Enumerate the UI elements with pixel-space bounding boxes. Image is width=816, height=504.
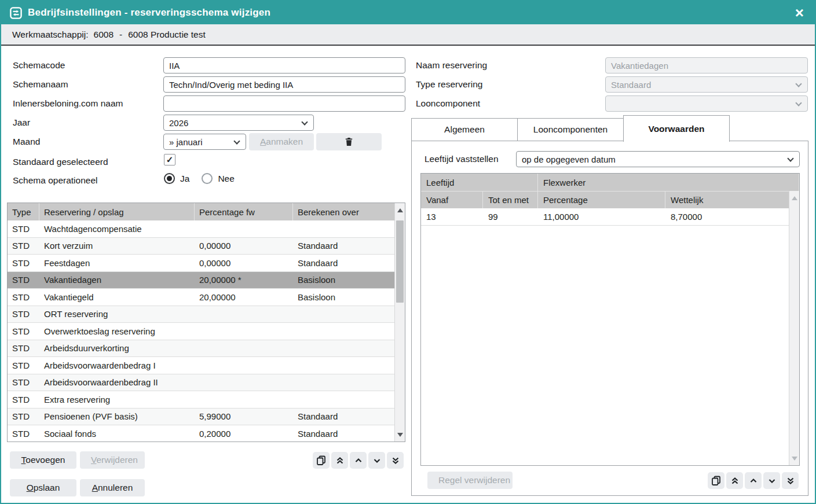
move-bottom-button[interactable] (387, 452, 404, 469)
scroll-down-icon[interactable] (395, 429, 405, 440)
move-up-icon (749, 476, 758, 485)
table-cell: Basisloon (293, 272, 396, 289)
radio-ja-label: Ja (180, 174, 189, 184)
schemacode-input[interactable] (163, 57, 405, 73)
move-down-icon (372, 456, 382, 465)
leeftijd-table: Leeftijd Flexwerker Vanaf Tot en met Per… (420, 173, 800, 466)
table-cell (293, 374, 396, 391)
table-cell: 5,99000 (195, 409, 293, 425)
title-bar: Bedrijfsinstellingen - reserveringsschem… (1, 1, 815, 24)
leeftijd-vaststellen-select[interactable]: op de opgegeven datum (516, 151, 800, 167)
table-row[interactable]: STDExtra reservering (8, 391, 396, 409)
table-cell (195, 323, 293, 340)
table-cell: Vakantiedagen (39, 272, 195, 289)
table-row[interactable]: STDPensioenen (PVF basis)5,99000Standaar… (8, 409, 396, 426)
table-cell: 20,00000 * (195, 272, 293, 289)
maand-label: Maand (13, 134, 40, 150)
table-cell: Standaard (293, 238, 396, 255)
aanmaken-button[interactable]: Aanmaken (249, 133, 314, 150)
annuleren-button[interactable]: Annuleren (80, 479, 145, 496)
dialog-title: Bedrijfsinstellingen - reserveringsschem… (28, 7, 270, 19)
tab-algemeen[interactable]: Algemeen (411, 118, 518, 141)
tab-voorwaarden[interactable]: Voorwaarden (623, 115, 730, 142)
schemanaam-label: Schemanaam (13, 76, 68, 93)
leeftijd-table-scrollbar[interactable] (789, 191, 799, 465)
verwijderen-button[interactable]: Verwijderen (80, 451, 145, 469)
scroll-down-icon[interactable] (789, 453, 799, 464)
move-up-button[interactable] (350, 452, 367, 469)
radio-nee[interactable] (202, 173, 213, 184)
col-tot-en-met: Tot en met (483, 192, 538, 208)
move-up-button[interactable] (745, 472, 762, 489)
leeftijd-table-group-header: Leeftijd Flexwerker (421, 174, 799, 191)
row-move-toolbar-left (313, 452, 404, 469)
tab-looncomponenten[interactable]: Looncomponenten (517, 118, 624, 141)
col-type: Type (8, 203, 39, 220)
looncomponent-label: Looncomponent (416, 95, 480, 112)
naam-reservering-input (605, 57, 808, 73)
move-bottom-icon (391, 456, 400, 465)
move-bottom-icon (786, 476, 795, 485)
scrollbar-thumb[interactable] (396, 220, 404, 303)
chevron-down-icon (233, 138, 240, 144)
standaard-geselecteerd-label: Standaard geselecteerd (13, 154, 108, 170)
table-row[interactable]: STDWachtdagencompensatie (8, 220, 396, 238)
table-row[interactable]: STDOverwerktoeslag reservering (8, 323, 396, 340)
close-icon[interactable]: × (793, 5, 806, 20)
reservations-table: Type Reservering / opslag Percentage fw … (7, 203, 405, 442)
type-reservering-value: Standaard (611, 80, 651, 90)
schemacode-label: Schemacode (13, 57, 65, 73)
table-cell: 13 (421, 208, 483, 225)
table-row[interactable]: STDVakantiegeld20,00000Basisloon (8, 289, 396, 306)
opslaan-button[interactable]: Opslaan (10, 479, 76, 496)
maand-select[interactable]: » januari (163, 134, 246, 150)
table-row[interactable]: STDSociaal fonds0,20000Standaard (8, 425, 396, 442)
table-cell (195, 374, 293, 391)
standaard-geselecteerd-checkbox[interactable]: ✓ (164, 154, 175, 165)
move-down-button[interactable] (763, 472, 780, 489)
move-top-button[interactable] (726, 472, 743, 489)
regel-verwijderen-button[interactable]: Regel verwijderen (427, 472, 513, 489)
table-cell: Arbeidsduurverkorting (39, 340, 195, 357)
table-row[interactable]: STDKort verzuim0,00000Standaard (8, 238, 396, 255)
werkmaatschappij-code: 6008 (94, 30, 114, 40)
table-cell (293, 391, 396, 408)
table-cell: Basisloon (293, 289, 396, 306)
move-bottom-button[interactable] (782, 472, 799, 489)
jaar-select[interactable]: 2026 (163, 115, 314, 131)
copy-button[interactable] (708, 472, 724, 489)
inlenersbeloning-input[interactable] (163, 95, 405, 112)
table-cell: 0,20000 (195, 425, 293, 442)
leeftijd-table-header: Vanaf Tot en met Percentage Wettelijk (421, 191, 790, 208)
table-row[interactable]: STDORT reservering (8, 306, 396, 323)
table-row[interactable]: 139911,000008,70000 (421, 208, 790, 226)
check-icon: ✓ (166, 154, 174, 165)
schemanaam-input[interactable] (163, 76, 405, 93)
reservations-table-header: Type Reservering / opslag Percentage fw … (8, 203, 396, 220)
delete-month-button[interactable] (316, 133, 382, 150)
table-row[interactable]: STDArbeidsduurverkorting (8, 340, 396, 358)
copy-button[interactable] (313, 452, 330, 469)
table-row[interactable]: STDArbeidsvoorwaardenbedrag I (8, 357, 396, 374)
radio-ja[interactable] (164, 173, 175, 184)
table-cell: STD (8, 340, 39, 357)
scroll-up-icon[interactable] (789, 192, 799, 204)
table-cell: Overwerktoeslag reservering (39, 323, 195, 340)
toevoegen-button[interactable]: Toevoegen (10, 451, 76, 469)
table-cell: 99 (483, 208, 538, 225)
move-down-button[interactable] (368, 452, 385, 469)
table-cell: STD (8, 289, 39, 306)
reservations-table-scrollbar[interactable] (394, 203, 405, 442)
move-top-button[interactable] (331, 452, 348, 469)
trash-icon (344, 137, 354, 147)
table-row[interactable]: STDVakantiedagen20,00000 *Basisloon (8, 272, 396, 289)
table-row[interactable]: STDArbeidsvoorwaardenbedrag II (8, 374, 396, 392)
naam-reservering-label: Naam reservering (416, 57, 487, 73)
table-row[interactable]: STDFeestdagen0,00000Standaard (8, 255, 396, 272)
schema-operationeel-radio-group: Ja Nee (164, 173, 241, 184)
scroll-up-icon[interactable] (395, 204, 405, 216)
table-cell: Sociaal fonds (39, 425, 195, 442)
move-up-icon (354, 456, 363, 465)
leeftijd-table-body: 139911,000008,70000 (421, 208, 799, 226)
type-reservering-label: Type reservering (416, 76, 482, 93)
